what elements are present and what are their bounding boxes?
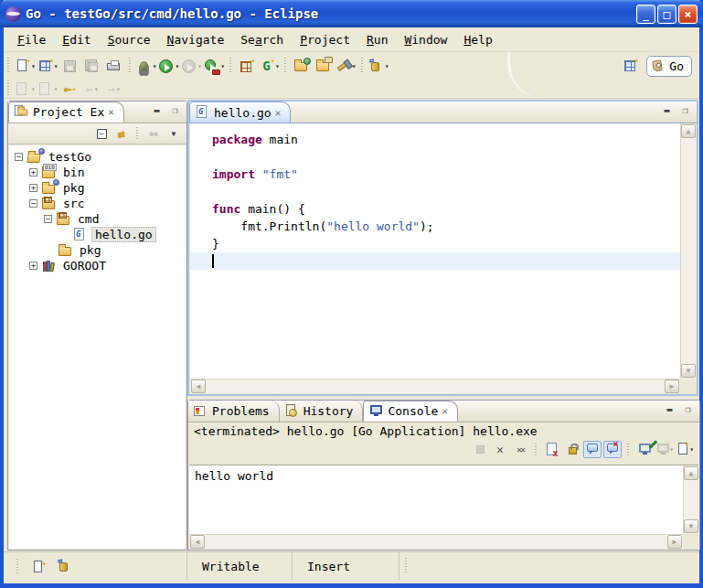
close-editor-icon[interactable]: ✕: [275, 107, 282, 119]
editor-horizontal-scrollbar[interactable]: ◀ ▶: [190, 379, 680, 393]
show-stdout-button[interactable]: [583, 441, 602, 458]
toolbar-grip[interactable]: [359, 58, 366, 74]
export-button[interactable]: [314, 55, 334, 77]
console-output-area[interactable]: hello world ▲ ▼ ◀ ▶: [189, 465, 698, 549]
scroll-down-icon[interactable]: ▼: [681, 364, 696, 378]
scroll-left-icon[interactable]: ◀: [191, 380, 206, 393]
expand-expander-icon[interactable]: +: [29, 184, 37, 192]
dropdown-icon[interactable]: ▾: [31, 85, 36, 93]
menu-project[interactable]: Project: [292, 30, 358, 49]
focus-button[interactable]: ●●: [144, 125, 163, 142]
last-edit-location-button[interactable]: ←✦: [60, 78, 80, 100]
open-perspective-button[interactable]: ✦: [620, 55, 640, 77]
dropdown-icon[interactable]: ▾: [275, 62, 280, 70]
tree-row-cmd[interactable]: − cmd: [9, 211, 186, 227]
minimize-button[interactable]: _: [636, 5, 655, 24]
dropdown-icon[interactable]: ▾: [175, 62, 179, 70]
go-perspective-button[interactable]: Go: [646, 56, 692, 77]
profile-button[interactable]: ▾: [181, 55, 202, 77]
save-button[interactable]: [60, 55, 80, 77]
tab-project-explorer[interactable]: Project Ex ✕: [8, 102, 124, 123]
tree-row-testgo[interactable]: − testGo: [9, 149, 186, 165]
expand-expander-icon[interactable]: +: [29, 262, 37, 270]
console-vertical-scrollbar[interactable]: ▲ ▼: [683, 465, 698, 534]
collapse-all-button[interactable]: −: [92, 125, 111, 142]
menu-source[interactable]: Source: [100, 30, 159, 49]
collapse-expander-icon[interactable]: −: [44, 215, 52, 223]
code-editor[interactable]: package main import "fmt" func main() { …: [190, 123, 680, 379]
pin-console-button[interactable]: [635, 441, 654, 458]
toolbar-grip[interactable]: [5, 80, 12, 97]
import-button[interactable]: [292, 55, 312, 77]
scroll-down-icon[interactable]: ▼: [684, 519, 698, 533]
dropdown-icon[interactable]: ▾: [94, 85, 99, 93]
toolbar-grip[interactable]: [5, 58, 12, 74]
link-with-editor-button[interactable]: ⇄: [112, 125, 131, 142]
external-tools-button[interactable]: ▾: [204, 55, 225, 77]
new-go-project-button[interactable]: ✦: [237, 55, 257, 77]
menu-edit[interactable]: Edit: [54, 30, 99, 49]
maximize-editor-button[interactable]: ❐: [677, 103, 693, 117]
scroll-right-icon[interactable]: ▶: [667, 535, 682, 549]
tab-problems[interactable]: Problems: [188, 401, 280, 422]
toolbar-grip[interactable]: [282, 58, 289, 74]
dropdown-icon[interactable]: ▾: [689, 445, 694, 454]
tab-hello-go[interactable]: hello.go ✕: [189, 102, 291, 123]
toolbar-grip[interactable]: [127, 58, 133, 74]
dropdown-icon[interactable]: ▾: [54, 62, 59, 70]
remove-all-terminated-button[interactable]: ✕✕: [511, 441, 529, 458]
editor-vertical-scrollbar[interactable]: ▲ ▼: [680, 123, 696, 379]
menu-file[interactable]: File: [9, 30, 54, 49]
menu-help[interactable]: Help: [455, 30, 500, 49]
close-view-icon[interactable]: ✕: [442, 405, 448, 417]
fast-view-button[interactable]: ✦: [32, 559, 48, 574]
forward-button[interactable]: →▾: [104, 78, 124, 100]
save-all-button[interactable]: [82, 55, 102, 77]
tree-row-goroot[interactable]: + GOROOT: [9, 258, 186, 273]
minimize-view-button[interactable]: ▬: [149, 103, 165, 117]
tree-row-hello-go[interactable]: hello.go: [9, 227, 186, 242]
toolbar-grip[interactable]: [228, 58, 234, 74]
display-console-button[interactable]: ▾: [655, 441, 674, 458]
menu-search[interactable]: Search: [232, 30, 292, 49]
search-button[interactable]: ▾: [336, 55, 357, 77]
dropdown-icon[interactable]: ▾: [197, 62, 202, 70]
debug-button[interactable]: ▾: [136, 55, 157, 77]
console-horizontal-scrollbar[interactable]: ◀ ▶: [189, 534, 683, 549]
maximize-view-button[interactable]: ❐: [167, 103, 183, 117]
scroll-lock-button[interactable]: [563, 441, 581, 458]
new-project-button[interactable]: ✦▾: [37, 55, 59, 77]
minimize-view-button[interactable]: ▬: [662, 402, 677, 416]
menu-run[interactable]: Run: [358, 30, 396, 49]
dropdown-icon[interactable]: ▾: [116, 85, 121, 93]
new-go-file-button[interactable]: G✦▾: [259, 55, 280, 77]
back-button[interactable]: ←▾: [82, 78, 102, 100]
open-console-button[interactable]: ✦▾: [676, 441, 694, 458]
show-stderr-button[interactable]: [603, 441, 622, 458]
menu-window[interactable]: Window: [396, 30, 455, 49]
scroll-up-icon[interactable]: ▲: [681, 124, 696, 138]
dropdown-icon[interactable]: ▾: [669, 445, 674, 454]
minimize-editor-button[interactable]: ▬: [659, 103, 675, 117]
new-wizard-button[interactable]: ✦▾: [15, 55, 36, 77]
view-menu-button[interactable]: ▼: [165, 125, 183, 142]
run-button[interactable]: ▾: [158, 55, 179, 77]
maximize-view-button[interactable]: ❐: [680, 402, 696, 416]
tree-row-pkg[interactable]: + pkg: [9, 180, 186, 196]
previous-annotation-button[interactable]: ▾: [37, 78, 59, 100]
scroll-right-icon[interactable]: ▶: [665, 380, 679, 393]
tab-history[interactable]: History: [280, 401, 364, 422]
dropdown-icon[interactable]: ▾: [153, 62, 157, 70]
tree-row-bin[interactable]: + 010 bin: [9, 165, 186, 180]
collapse-expander-icon[interactable]: −: [29, 199, 37, 208]
close-view-icon[interactable]: ✕: [108, 106, 114, 118]
dropdown-icon[interactable]: ▾: [31, 62, 36, 70]
close-button[interactable]: ×: [678, 5, 698, 24]
dropdown-icon[interactable]: ▾: [54, 85, 59, 93]
scroll-left-icon[interactable]: ◀: [190, 535, 205, 549]
dropdown-icon[interactable]: ▾: [220, 62, 225, 70]
maximize-button[interactable]: □: [657, 5, 676, 24]
expand-expander-icon[interactable]: +: [29, 168, 37, 176]
dropdown-icon[interactable]: ▾: [385, 62, 389, 70]
tree-row-src[interactable]: − src: [9, 196, 186, 211]
